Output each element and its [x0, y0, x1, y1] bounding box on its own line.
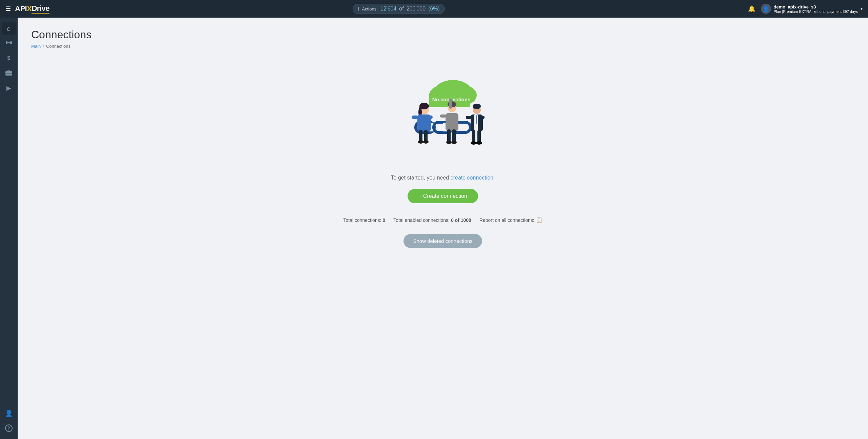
- header-right: 🔔 👤 demo_apix-drive_s3 Plan |Premium EXT…: [748, 4, 863, 14]
- svg-rect-20: [412, 116, 418, 119]
- logo-x-text: X: [27, 4, 32, 13]
- breadcrumb: Main / Connections: [31, 44, 854, 49]
- briefcase-icon: [5, 69, 12, 77]
- user-plan-label: Plan |Premium EXTRA| left until payment: [774, 9, 842, 14]
- sidebar-item-connections[interactable]: [2, 37, 16, 50]
- logo: APIXDrive: [15, 4, 50, 14]
- home-icon: ⌂: [7, 25, 11, 32]
- svg-rect-42: [472, 130, 475, 143]
- create-connection-link[interactable]: create connection: [451, 175, 493, 181]
- page-title: Connections: [31, 28, 854, 41]
- sidebar-bottom: 👤 ?: [2, 406, 16, 435]
- svg-rect-1: [10, 41, 12, 44]
- svg-point-34: [446, 141, 452, 144]
- svg-rect-31: [452, 114, 458, 118]
- svg-point-35: [451, 141, 457, 144]
- logo-api-text: API: [15, 4, 27, 13]
- user-info: demo_apix-drive_s3 Plan |Premium EXTRA| …: [774, 4, 858, 14]
- sidebar-item-video[interactable]: ▶: [2, 81, 16, 95]
- menu-icon[interactable]: ☰: [5, 5, 11, 13]
- total-enabled-label: Total enabled connections: 0 of 1000: [393, 217, 471, 223]
- sidebar-item-services[interactable]: [2, 66, 16, 80]
- actions-label: Actions:: [362, 6, 378, 12]
- account-icon: 👤: [5, 410, 13, 417]
- svg-rect-2: [7, 42, 10, 43]
- user-plan-days: 397 days: [843, 9, 858, 14]
- svg-rect-32: [447, 129, 451, 142]
- svg-rect-43: [477, 130, 481, 143]
- connections-icon: [5, 39, 12, 48]
- svg-rect-28: [449, 99, 452, 109]
- actions-count: 12'604: [380, 6, 397, 12]
- svg-rect-0: [6, 41, 7, 44]
- svg-point-37: [473, 104, 481, 109]
- breadcrumb-separator: /: [43, 44, 44, 49]
- help-icon: ?: [5, 424, 13, 432]
- header: ☰ APIXDrive ℹ Actions: 12'604 of 200'000…: [0, 0, 868, 18]
- svg-rect-30: [440, 114, 446, 118]
- info-icon: ℹ: [358, 6, 359, 12]
- actions-of: of: [399, 6, 403, 12]
- bell-icon[interactable]: 🔔: [748, 5, 755, 13]
- play-icon: ▶: [6, 84, 11, 92]
- user-plan: Plan |Premium EXTRA| left until payment …: [774, 9, 858, 14]
- svg-rect-33: [452, 129, 456, 142]
- report-label: Report on all connections: 📋: [479, 217, 542, 223]
- user-section[interactable]: 👤 demo_apix-drive_s3 Plan |Premium EXTRA…: [761, 4, 863, 14]
- sidebar: ⌂ $ ▶ 👤 ?: [0, 18, 18, 439]
- breadcrumb-current: Connections: [46, 44, 71, 49]
- svg-point-45: [476, 141, 482, 145]
- create-connection-button[interactable]: + Create connection: [408, 189, 478, 203]
- sidebar-item-account[interactable]: 👤: [2, 406, 16, 420]
- empty-state-text-before: To get started, you need: [391, 175, 449, 181]
- actions-total: 200'000: [407, 6, 426, 12]
- show-deleted-connections-button[interactable]: Show deleted connections: [403, 234, 482, 248]
- empty-state-text-after: .: [493, 175, 495, 181]
- total-enabled-value: 0 of 1000: [451, 217, 471, 223]
- actions-pct: (6%): [428, 6, 440, 12]
- sidebar-item-home[interactable]: ⌂: [2, 22, 16, 35]
- svg-point-44: [471, 141, 477, 145]
- empty-state-message: To get started, you need create connecti…: [391, 175, 495, 181]
- svg-point-24: [418, 140, 423, 144]
- svg-rect-22: [419, 130, 422, 142]
- svg-rect-40: [466, 116, 471, 119]
- user-name: demo_apix-drive_s3: [774, 4, 858, 9]
- svg-rect-23: [424, 130, 428, 142]
- sidebar-item-help[interactable]: ?: [2, 421, 16, 435]
- avatar: 👤: [761, 4, 771, 14]
- sidebar-item-billing[interactable]: $: [2, 51, 16, 65]
- svg-rect-21: [425, 116, 433, 119]
- header-center: ℹ Actions: 12'604 of 200'000 (6%): [50, 4, 748, 14]
- total-connections-value: 0: [382, 217, 385, 223]
- logo-drive-text: Drive: [32, 4, 50, 14]
- empty-state: No connections: [31, 60, 854, 262]
- illustration: No connections: [385, 73, 500, 168]
- total-connections-label: Total connections: 0: [343, 217, 385, 223]
- actions-badge: ℹ Actions: 12'604 of 200'000 (6%): [353, 4, 445, 14]
- svg-rect-41: [482, 116, 485, 119]
- breadcrumb-home-link[interactable]: Main: [31, 44, 41, 49]
- main-content: Connections Main / Connections No connec…: [18, 18, 868, 439]
- svg-point-25: [423, 140, 429, 144]
- chevron-down-icon: ▾: [861, 6, 863, 11]
- svg-rect-4: [7, 70, 10, 71]
- stats-row: Total connections: 0 Total enabled conne…: [343, 217, 542, 223]
- report-icon[interactable]: 📋: [536, 217, 542, 223]
- dollar-icon: $: [7, 55, 11, 61]
- svg-rect-46: [476, 115, 477, 124]
